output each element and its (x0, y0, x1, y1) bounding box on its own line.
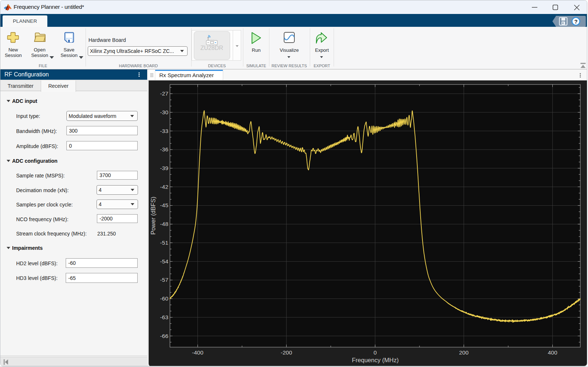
svg-text:-200: -200 (281, 349, 292, 356)
svg-text:-57: -57 (160, 277, 168, 283)
svg-text:200: 200 (459, 349, 469, 356)
svg-text:-51: -51 (160, 240, 168, 246)
svg-text:-48: -48 (160, 221, 168, 227)
svg-text:-27: -27 (160, 90, 168, 97)
svg-text:0: 0 (374, 349, 377, 356)
svg-text:-54: -54 (160, 258, 168, 265)
svg-text:-66: -66 (160, 333, 168, 339)
svg-text:-63: -63 (160, 314, 168, 320)
svg-text:-42: -42 (160, 184, 168, 190)
svg-text:-39: -39 (160, 165, 168, 171)
svg-text:400: 400 (548, 349, 557, 356)
svg-text:-45: -45 (160, 202, 168, 208)
svg-text:-30: -30 (160, 109, 168, 115)
svg-text:Power (dBFS): Power (dBFS) (150, 197, 156, 235)
svg-text:-36: -36 (160, 146, 168, 152)
svg-text:-33: -33 (160, 128, 168, 134)
svg-text:?: ? (574, 18, 577, 25)
svg-text:-60: -60 (160, 295, 168, 302)
svg-text:Frequency (MHz): Frequency (MHz) (352, 357, 399, 363)
svg-text:-400: -400 (192, 349, 203, 356)
